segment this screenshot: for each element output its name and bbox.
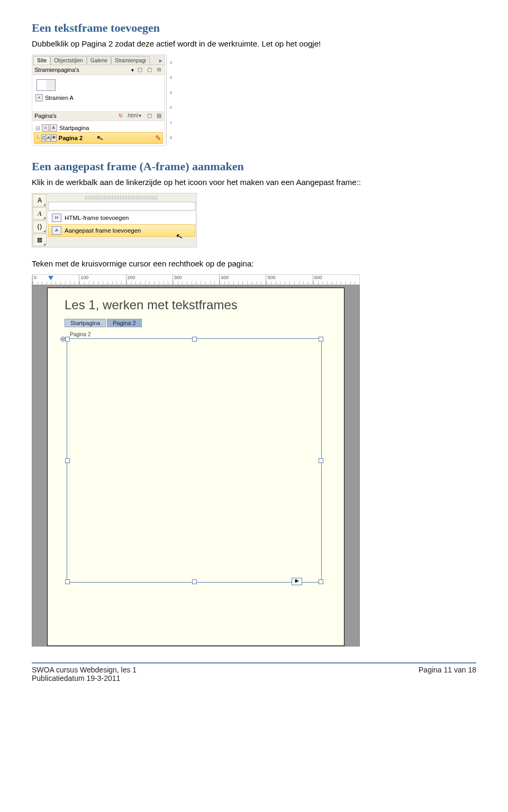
ruler-tick-200: 200 xyxy=(126,275,173,284)
page-canvas[interactable]: Les 1, werken met tekstframes Startpagin… xyxy=(32,285,360,647)
a2-icon: A xyxy=(46,134,51,142)
ruler-tick-500: 500 xyxy=(266,275,312,284)
tab-galerie[interactable]: Galerie xyxy=(87,56,111,64)
dropdown-icon[interactable]: ▾ xyxy=(136,112,143,119)
page-footer: SWOA cursus Webdesign, les 1 Publicatied… xyxy=(32,666,476,682)
stramien-a-label: Stramien A xyxy=(45,95,74,101)
ruler-tick-100: 100 xyxy=(79,275,125,284)
heading-textframe: Een tekstframe toevoegen xyxy=(32,21,476,35)
crumb-pagina2[interactable]: Pagina 2 xyxy=(107,319,141,327)
tool-image-frame[interactable]: ⊠ xyxy=(33,234,47,246)
page-sheet: Les 1, werken met tekstframes Startpagin… xyxy=(47,288,344,646)
screenshot-site-panel: Site Objectstijlen Galerie Stramienpagi … xyxy=(32,54,165,146)
ruler-tick-600: 600 xyxy=(313,275,359,284)
page2-icon: ▯ xyxy=(41,134,46,142)
para-klik-werkbalk: Klik in de werkbalk aan de linkerzijde o… xyxy=(32,178,476,187)
gripper-icon[interactable] xyxy=(85,196,158,200)
collapse-icon[interactable]: ▾ xyxy=(131,67,134,73)
handle-bottom-left[interactable] xyxy=(65,579,70,584)
flyout-html-label: HTML-frame toevoegen xyxy=(65,215,129,221)
vertical-toolbar: A A ⟨⟩ ⊠ xyxy=(32,193,46,247)
flyout-menu: H HTML-frame toevoegen A Aangepast frame… xyxy=(47,193,196,238)
stramien-tree: + Stramien A xyxy=(32,75,165,111)
handle-top-left[interactable] xyxy=(65,337,70,342)
tab-site[interactable]: Site xyxy=(33,56,50,64)
screenshot-frame-flyout: A A ⟨⟩ ⊠ H HTML-frame toevoegen A Aangep… xyxy=(32,193,197,247)
flyout-aangepast-frame[interactable]: A Aangepast frame toevoegen xyxy=(48,224,195,237)
vertical-ruler: 3 4 5 6 7 8 xyxy=(166,55,175,145)
refresh-icon[interactable]: ↻ xyxy=(117,112,124,119)
ruler-tick-400: 400 xyxy=(219,275,266,284)
flyout-html-frame[interactable]: H HTML-frame toevoegen xyxy=(48,211,195,224)
drawn-frame-selection[interactable]: ⊕ ▮▸ xyxy=(67,338,322,583)
heading-aframe: Een aangepast frame (A-frame) aanmaken xyxy=(32,160,476,173)
stramien-label: Stramienpagina's xyxy=(34,67,129,73)
handle-top-mid[interactable] xyxy=(192,337,197,342)
plus-icon: + xyxy=(35,94,43,102)
handle-bottom-mid[interactable] xyxy=(192,579,197,584)
tab-stramienpagina[interactable]: Stramienpagi xyxy=(111,56,150,64)
handle-top-right[interactable] xyxy=(319,337,323,342)
footer-divider xyxy=(32,662,476,663)
stramien-header: Stramienpagina's ▾ ▢ ▢ ⧉ xyxy=(32,65,165,75)
paginas-label: Pagina's xyxy=(34,113,115,119)
tabs-scroll-icon[interactable]: ▸ xyxy=(158,58,164,63)
home-icon: ⌂ xyxy=(42,124,49,132)
pagina2-label: Pagina 2 xyxy=(59,135,83,141)
tool-text-a[interactable]: A xyxy=(33,194,47,207)
html-frame-icon: H xyxy=(52,214,61,222)
new-page-icon[interactable]: ▢ xyxy=(136,66,143,73)
options-icon[interactable]: ▤ xyxy=(155,112,162,119)
startpagina-label: Startpagina xyxy=(59,125,89,131)
para-dubbelklik: Dubbelklik op Pagina 2 zodat deze actief… xyxy=(32,39,476,48)
ruler-tick-0: 0 xyxy=(32,275,79,284)
panel-tabs: Site Objectstijlen Galerie Stramienpagi … xyxy=(32,55,165,65)
handle-mid-left[interactable] xyxy=(65,458,70,463)
new-page2-icon[interactable]: ▢ xyxy=(146,66,153,73)
ruler-tick-300: 300 xyxy=(173,275,219,284)
nav-bar: Startpagina Pagina 2 xyxy=(65,319,327,327)
tool-html[interactable]: ⟨⟩ xyxy=(33,220,47,233)
document-title: Les 1, werken met tekstframes xyxy=(65,298,327,312)
add-page-icon[interactable]: ▢ xyxy=(146,112,153,119)
paginas-header: Pagina's ↻ .html ▾ ▢ ▤ xyxy=(32,111,165,121)
handle-mid-right[interactable] xyxy=(319,458,323,463)
stramien-thumb[interactable] xyxy=(37,79,56,91)
tool-artistic-a[interactable]: A xyxy=(33,207,47,220)
paginas-tree: ⊟ ⌂ A Startpagina └ ▯ A 👁 Pagina 2 ✎ ↖ xyxy=(32,121,165,145)
stramien-a-item[interactable]: + Stramien A xyxy=(34,93,162,103)
crumb-startpagina[interactable]: Startpagina xyxy=(65,319,106,327)
flyout-aangepast-label: Aangepast frame toevoegen xyxy=(65,227,141,234)
para-teken-cursor: Teken met de kruisvormige cursor een rec… xyxy=(32,259,476,268)
footer-page-number: Pagina 11 van 18 xyxy=(419,666,476,682)
footer-course: SWOA cursus Webdesign, les 1 xyxy=(32,666,137,674)
tab-objectstijlen[interactable]: Objectstijlen xyxy=(50,56,86,64)
duplicate-icon[interactable]: ⧉ xyxy=(155,66,162,73)
ruler-mini xyxy=(48,202,195,210)
overflow-icon[interactable]: ▮▸ xyxy=(292,578,302,585)
handle-bottom-right[interactable] xyxy=(319,579,323,584)
a-icon: A xyxy=(50,124,57,132)
html-label: .html xyxy=(126,112,134,119)
screenshot-canvas: 0 100 200 300 400 500 600 Les 1, werken … xyxy=(32,274,360,647)
footer-pubdate: Publicatiedatum 19-3-2011 xyxy=(32,674,137,682)
page-row-startpagina[interactable]: ⊟ ⌂ A Startpagina xyxy=(34,123,162,133)
page-label: Pagina 2 xyxy=(70,331,327,337)
horizontal-ruler: 0 100 200 300 400 500 600 xyxy=(32,274,360,285)
aframe-icon: A xyxy=(52,226,61,235)
eye-icon: 👁 xyxy=(51,134,57,142)
